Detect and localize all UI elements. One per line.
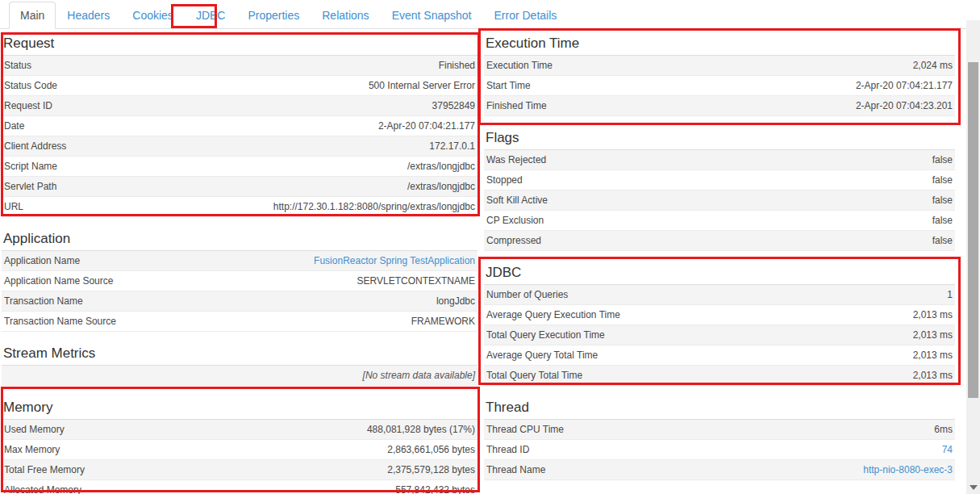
row-label: Status Code: [4, 80, 57, 91]
row-label: Stopped: [486, 174, 523, 186]
section-jdbc: JDBC Number of Queries 1 Average Query E…: [484, 262, 955, 386]
row-value: 6ms: [934, 424, 953, 435]
row-application-name-source: Application Name Source SERVLETCONTEXTNA…: [2, 271, 477, 291]
row-value: 488,081,928 bytes (17%): [367, 424, 475, 435]
section-title: Stream Metrics: [2, 343, 477, 366]
row-number-of-queries: Number of Queries 1: [484, 285, 955, 305]
row-value: false: [932, 235, 953, 246]
row-value-link[interactable]: http-nio-8080-exec-3: [863, 464, 953, 475]
row-value: false: [932, 195, 953, 206]
row-value: 2,013 ms: [913, 370, 953, 381]
section-title: Memory: [2, 397, 477, 420]
section-title: Execution Time: [484, 33, 955, 56]
row-request-id: Request ID 37952849: [2, 96, 477, 116]
tab-properties[interactable]: Properties: [236, 2, 311, 29]
row-label: Start Time: [486, 80, 531, 91]
row-total-free-memory: Total Free Memory 2,375,579,128 bytes: [2, 460, 477, 480]
scrollbar-down-arrow-icon[interactable]: [970, 485, 978, 490]
row-total-query-execution-time: Total Query Execution Time 2,013 ms: [484, 325, 955, 345]
row-value-link[interactable]: FusionReactor Spring TestApplication: [314, 255, 475, 266]
tab-headers[interactable]: Headers: [56, 2, 121, 29]
row-execution-time: Execution Time 2,024 ms: [484, 56, 955, 76]
row-url: URL http://172.30.1.182:8080/spring/extr…: [2, 197, 477, 217]
row-label: Execution Time: [486, 60, 553, 71]
tab-main[interactable]: Main: [9, 2, 56, 29]
section-execution-time: Execution Time Execution Time 2,024 ms S…: [484, 33, 955, 116]
row-label: Was Rejected: [486, 154, 546, 165]
row-value: SERVLETCONTEXTNAME: [357, 275, 475, 287]
row-label: CP Exclusion: [486, 215, 544, 226]
row-label: Script Name: [4, 161, 57, 172]
tab-error-details[interactable]: Error Details: [482, 2, 568, 29]
row-label: Transaction Name Source: [4, 316, 116, 327]
row-finished-time: Finished Time 2-Apr-20 07:04:23.201: [484, 96, 955, 116]
row-application-name: Application Name FusionReactor Spring Te…: [2, 251, 477, 271]
section-title: JDBC: [484, 262, 955, 285]
section-rows: Status Finished Status Code 500 Internal…: [2, 56, 477, 217]
section-title: Request: [2, 33, 477, 56]
section-title: Thread: [484, 397, 955, 420]
row-label: Finished Time: [486, 100, 547, 111]
section-request: Request Status Finished Status Code 500 …: [2, 33, 477, 217]
row-label: Request ID: [4, 100, 52, 111]
tab-cookies[interactable]: Cookies: [121, 2, 185, 29]
row-value: 2,375,579,128 bytes: [387, 464, 475, 475]
row-was-rejected: Was Rejected false: [484, 150, 955, 170]
row-value: /extras/longjdbc: [407, 181, 475, 192]
section-rows: Execution Time 2,024 ms Start Time 2-Apr…: [484, 56, 955, 116]
row-value: /extras/longjdbc: [407, 161, 475, 172]
tab-relations[interactable]: Relations: [311, 2, 380, 29]
row-value: 500 Internal Server Error: [369, 80, 475, 91]
row-value: 2,863,661,056 bytes: [387, 444, 475, 455]
row-value: longJdbc: [436, 295, 475, 307]
row-value: false: [932, 215, 953, 226]
tab-bar: MainHeadersCookiesJDBCPropertiesRelation…: [0, 0, 980, 29]
row-value: 1: [947, 289, 953, 300]
row-start-time: Start Time 2-Apr-20 07:04:21.177: [484, 76, 955, 96]
row-date: Date 2-Apr-20 07:04:21.177: [2, 116, 477, 136]
row-label: Average Query Total Time: [486, 350, 598, 361]
right-column: Execution Time Execution Time 2,024 ms S…: [484, 33, 955, 494]
row-value: 2,013 ms: [913, 329, 953, 341]
row-used-memory: Used Memory 488,081,928 bytes (17%): [2, 420, 477, 440]
row-thread-name: Thread Name http-nio-8080-exec-3: [484, 460, 955, 480]
row-label: Thread CPU Time: [486, 424, 564, 435]
section-title: Flags: [484, 128, 955, 150]
row-label: Used Memory: [4, 424, 65, 435]
section-rows: Application Name FusionReactor Spring Te…: [2, 251, 477, 332]
section-rows: Thread CPU Time 6ms Thread ID 74 Thread …: [484, 420, 955, 480]
row-label: Compressed: [486, 235, 541, 246]
left-column: Request Status Finished Status Code 500 …: [2, 33, 477, 494]
section-flags: Flags Was Rejected false Stopped false S…: [484, 128, 955, 251]
row-value: false: [932, 174, 953, 186]
row-transaction-name-source: Transaction Name Source FRAMEWORK: [2, 312, 477, 332]
row-value: 2,013 ms: [913, 309, 953, 320]
row-label: Number of Queries: [486, 289, 568, 300]
row-label: Status: [4, 60, 31, 71]
row-value: 37952849: [432, 100, 475, 111]
scrollbar-thumb[interactable]: [968, 62, 978, 398]
tab-jdbc[interactable]: JDBC: [185, 2, 237, 29]
section-rows: Was Rejected false Stopped false Soft Ki…: [484, 150, 955, 251]
row-value: 2,013 ms: [913, 350, 953, 361]
row-value: [No stream data available]: [363, 370, 475, 381]
row-total-query-total-time: Total Query Total Time 2,013 ms: [484, 366, 955, 386]
row-allocated-memory: Allocated Memory 557,842,432 bytes: [2, 480, 477, 494]
row-label: Total Free Memory: [4, 464, 85, 475]
row-label: Thread Name: [486, 464, 545, 475]
row-label: Total Query Execution Time: [486, 329, 605, 341]
row-label: URL: [4, 201, 23, 212]
row-label: Total Query Total Time: [486, 370, 582, 381]
row-label: Application Name: [4, 255, 80, 266]
section-memory: Memory Used Memory 488,081,928 bytes (17…: [2, 397, 477, 494]
row-script-name: Script Name /extras/longjdbc: [2, 157, 477, 177]
row-value-link[interactable]: 74: [942, 444, 953, 455]
section-rows: Number of Queries 1 Average Query Execut…: [484, 285, 955, 386]
row-servlet-path: Servlet Path /extras/longjdbc: [2, 177, 477, 197]
scrollbar-track[interactable]: [966, 20, 980, 494]
row-value: Finished: [439, 60, 475, 71]
row-status-code: Status Code 500 Internal Server Error: [2, 76, 477, 96]
tab-event-snapshot[interactable]: Event Snapshot: [381, 2, 483, 29]
row-value: 2-Apr-20 07:04:21.177: [378, 120, 475, 132]
row-soft-kill-active: Soft Kill Active false: [484, 190, 955, 211]
